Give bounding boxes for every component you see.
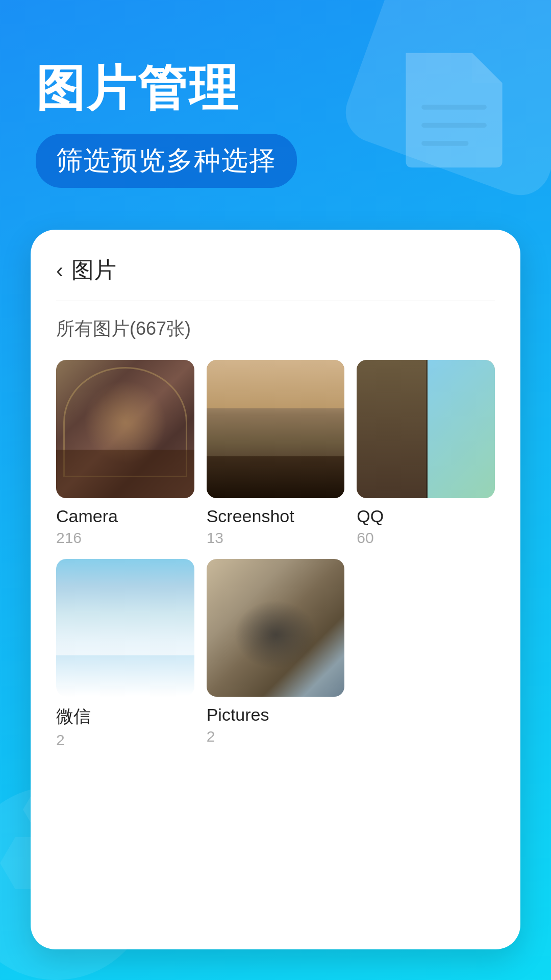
main-title: 图片管理 xyxy=(36,61,515,115)
album-name-weixin: 微信 xyxy=(56,705,194,728)
album-thumb-camera xyxy=(56,360,194,498)
svg-marker-5 xyxy=(0,837,61,889)
album-item-weixin[interactable]: 微信 2 xyxy=(56,559,194,749)
svg-marker-4 xyxy=(69,814,130,866)
album-thumb-qq xyxy=(357,360,495,498)
album-item-screenshot[interactable]: Screenshot 13 xyxy=(207,360,345,547)
album-item-camera[interactable]: Camera 216 xyxy=(56,360,194,547)
album-name-pictures: Pictures xyxy=(207,705,345,725)
nav-back-title: 图片 xyxy=(71,255,116,285)
image-grid-row1: Camera 216 Screenshot 13 QQ 60 xyxy=(56,360,495,547)
svg-marker-3 xyxy=(23,783,84,836)
album-thumb-screenshot xyxy=(207,360,345,498)
album-count-screenshot: 13 xyxy=(207,529,345,547)
album-thumb-weixin xyxy=(56,559,194,697)
album-name-camera: Camera xyxy=(56,506,194,526)
arch-decoration xyxy=(63,367,188,478)
back-chevron-icon: ‹ xyxy=(56,258,63,283)
sub-title-badge: 筛选预览多种选择 xyxy=(36,134,297,188)
album-count-qq: 60 xyxy=(357,529,495,547)
section-label: 所有图片(667张) xyxy=(56,316,495,341)
album-count-pictures: 2 xyxy=(207,728,345,745)
album-count-weixin: 2 xyxy=(56,731,194,749)
album-count-camera: 216 xyxy=(56,529,194,547)
sub-title: 筛选预览多种选择 xyxy=(56,145,277,175)
hex-decoration xyxy=(0,776,153,929)
header: 图片管理 筛选预览多种选择 xyxy=(0,0,551,218)
album-item-pictures[interactable]: Pictures 2 xyxy=(207,559,345,749)
album-name-screenshot: Screenshot xyxy=(207,506,345,526)
album-thumb-pictures xyxy=(207,559,345,697)
nav-back[interactable]: ‹ 图片 xyxy=(56,255,495,301)
image-grid-row2: 微信 2 Pictures 2 xyxy=(56,559,495,749)
album-name-qq: QQ xyxy=(357,506,495,526)
album-item-qq[interactable]: QQ 60 xyxy=(357,360,495,547)
